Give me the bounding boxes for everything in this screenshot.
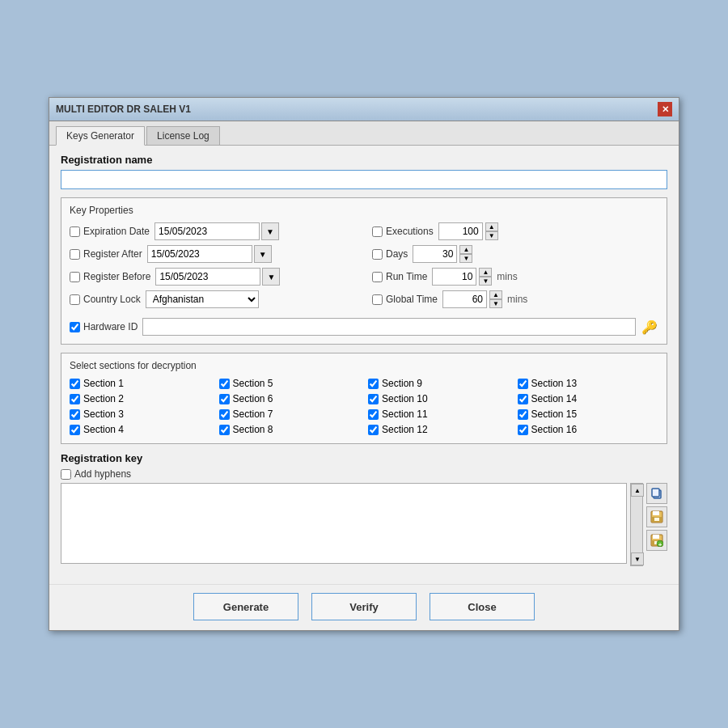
register-before-checkbox[interactable] — [70, 272, 80, 282]
hardware-id-input[interactable] — [142, 318, 636, 336]
days-checkbox[interactable] — [372, 249, 383, 260]
register-after-checkbox[interactable] — [70, 249, 80, 260]
runtime-down-button[interactable]: ▼ — [479, 277, 492, 286]
scroll-up-button[interactable]: ▲ — [631, 484, 644, 497]
section-5-text: Section 5 — [233, 378, 273, 389]
country-lock-checkbox-label[interactable]: Country Lock — [70, 294, 141, 305]
register-before-input[interactable] — [155, 268, 260, 286]
days-up-button[interactable]: ▲ — [459, 245, 472, 254]
days-down-button[interactable]: ▼ — [459, 254, 472, 263]
section-1-label[interactable]: Section 1 — [70, 378, 211, 389]
section-8-checkbox[interactable] — [219, 425, 230, 435]
registration-name-input[interactable] — [61, 170, 667, 189]
generate-button[interactable]: Generate — [193, 593, 298, 620]
runtime-input[interactable] — [432, 268, 476, 286]
section-5-label[interactable]: Section 5 — [219, 378, 361, 389]
executions-input[interactable] — [438, 222, 483, 240]
copy-button[interactable] — [646, 483, 667, 504]
expiration-date-checkbox-label[interactable]: Expiration Date — [70, 226, 150, 237]
executions-down-button[interactable]: ▼ — [485, 231, 498, 240]
section-8-label[interactable]: Section 8 — [219, 424, 361, 435]
section-10-label[interactable]: Section 10 — [368, 393, 510, 404]
register-after-checkbox-label[interactable]: Register After — [70, 248, 142, 260]
section-5-checkbox[interactable] — [219, 379, 230, 389]
section-7-text: Section 7 — [233, 408, 273, 420]
add-hyphens-label[interactable]: Add hyphens — [61, 468, 667, 480]
tab-license-log[interactable]: License Log — [146, 126, 220, 145]
section-3-checkbox[interactable] — [70, 409, 80, 420]
expiration-date-checkbox[interactable] — [70, 226, 80, 237]
days-spinner: ▲ ▼ — [413, 245, 472, 263]
section-2-checkbox[interactable] — [70, 394, 80, 404]
close-window-button[interactable]: ✕ — [658, 102, 672, 116]
section-3-label[interactable]: Section 3 — [70, 408, 211, 420]
section-11-label[interactable]: Section 11 — [368, 408, 510, 420]
executions-checkbox-label[interactable]: Executions — [372, 226, 434, 237]
section-14-text: Section 14 — [531, 393, 578, 404]
runtime-checkbox-label[interactable]: Run Time — [372, 271, 427, 282]
globaltime-row: Global Time ▲ ▼ mins — [372, 290, 658, 308]
globaltime-input[interactable] — [442, 290, 487, 308]
add-hyphens-text: Add hyphens — [74, 468, 131, 480]
section-7-label[interactable]: Section 7 — [219, 408, 361, 420]
register-before-checkbox-label[interactable]: Register Before — [70, 271, 150, 282]
days-checkbox-label[interactable]: Days — [372, 248, 408, 260]
registration-name-label: Registration name — [61, 154, 667, 166]
register-after-label: Register After — [83, 248, 142, 260]
section-12-label[interactable]: Section 12 — [368, 424, 510, 435]
section-4-checkbox[interactable] — [70, 425, 80, 435]
section-10-checkbox[interactable] — [368, 394, 379, 404]
expiration-date-calendar-button[interactable]: ▼ — [261, 222, 279, 240]
section-4-label[interactable]: Section 4 — [70, 424, 211, 435]
section-16-label[interactable]: Section 16 — [518, 424, 659, 435]
country-select[interactable]: Afghanistan Albania Algeria — [146, 290, 259, 308]
runtime-checkbox[interactable] — [372, 272, 383, 282]
section-12-text: Section 12 — [382, 424, 428, 435]
hardware-key-icon[interactable]: 🔑 — [641, 318, 658, 336]
section-6-label[interactable]: Section 6 — [219, 393, 361, 404]
register-before-calendar-button[interactable]: ▼ — [262, 268, 280, 286]
globaltime-checkbox[interactable] — [372, 294, 383, 305]
section-12-checkbox[interactable] — [368, 425, 379, 435]
close-button[interactable]: Close — [430, 593, 535, 620]
section-9-label[interactable]: Section 9 — [368, 378, 510, 389]
save-button[interactable] — [646, 506, 667, 527]
section-14-label[interactable]: Section 14 — [518, 393, 659, 404]
hardware-id-checkbox[interactable] — [70, 322, 80, 332]
days-input[interactable] — [413, 245, 457, 263]
globaltime-checkbox-label[interactable]: Global Time — [372, 294, 438, 305]
expiration-date-input[interactable] — [154, 222, 260, 240]
globaltime-down-button[interactable]: ▼ — [489, 299, 502, 308]
reg-key-textarea[interactable] — [61, 483, 627, 564]
scroll-down-button[interactable]: ▼ — [631, 552, 644, 565]
section-15-label[interactable]: Section 15 — [518, 408, 659, 420]
executions-spinner-buttons: ▲ ▼ — [485, 222, 498, 240]
tab-keys-generator[interactable]: Keys Generator — [56, 126, 145, 146]
section-1-checkbox[interactable] — [70, 379, 80, 389]
section-7-checkbox[interactable] — [219, 409, 230, 420]
section-3-text: Section 3 — [83, 408, 124, 420]
register-after-input[interactable] — [147, 245, 252, 263]
globaltime-up-button[interactable]: ▲ — [489, 290, 502, 299]
globaltime-label: Global Time — [386, 294, 438, 305]
section-16-checkbox[interactable] — [518, 425, 528, 435]
section-13-checkbox[interactable] — [518, 379, 528, 389]
add-hyphens-checkbox[interactable] — [61, 469, 71, 480]
verify-button[interactable]: Verify — [311, 593, 417, 620]
executions-checkbox[interactable] — [372, 226, 383, 237]
hardware-id-checkbox-label[interactable]: Hardware ID — [70, 321, 138, 332]
country-lock-checkbox[interactable] — [70, 294, 80, 305]
section-14-checkbox[interactable] — [518, 394, 528, 404]
section-13-label[interactable]: Section 13 — [518, 378, 659, 389]
executions-up-button[interactable]: ▲ — [485, 222, 498, 231]
section-9-checkbox[interactable] — [368, 379, 379, 389]
runtime-up-button[interactable]: ▲ — [479, 268, 492, 277]
section-2-label[interactable]: Section 2 — [70, 393, 211, 404]
section-6-checkbox[interactable] — [219, 394, 230, 404]
section-11-checkbox[interactable] — [368, 409, 379, 420]
section-2-text: Section 2 — [83, 393, 124, 404]
section-15-checkbox[interactable] — [518, 409, 528, 420]
register-after-calendar-button[interactable]: ▼ — [254, 245, 272, 263]
add-button[interactable]: + — [646, 530, 667, 551]
register-before-label: Register Before — [83, 271, 150, 282]
